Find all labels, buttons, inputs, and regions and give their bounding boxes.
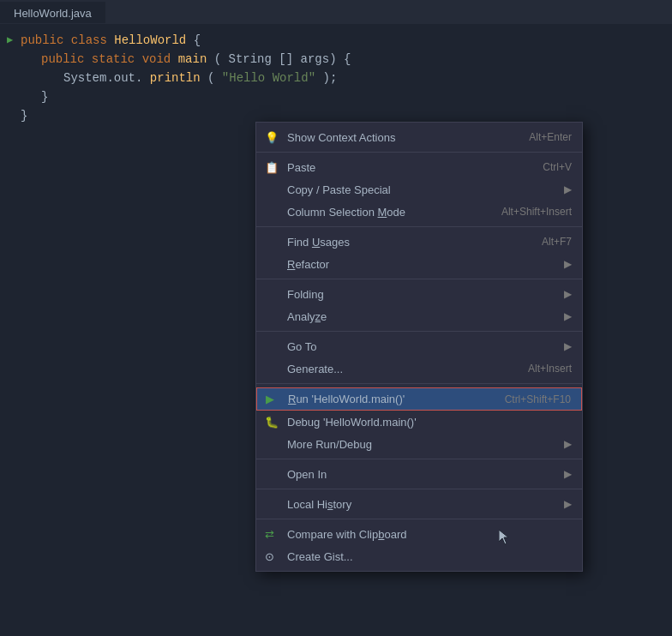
- menu-item-more-run-debug[interactable]: More Run/Debug ▶: [256, 433, 582, 455]
- shortcut-column-selection: Alt+Shift+Insert: [501, 206, 572, 218]
- menu-item-generate[interactable]: Generate... Alt+Insert: [256, 357, 582, 380]
- menu-label-paste: Paste: [287, 161, 543, 174]
- menu-label-refactor: Refactor: [287, 258, 564, 271]
- arrow-analyze: ▶: [564, 310, 572, 322]
- code-line-1: ▶ public class HelloWorld {: [0, 31, 672, 50]
- menu-label-debug: Debug 'HelloWorld.main()': [287, 416, 572, 429]
- menu-item-go-to[interactable]: Go To ▶: [256, 335, 582, 357]
- code-text: System.out. println ( "Hello World" );: [21, 69, 337, 87]
- breakpoint-arrow: ▶: [7, 31, 17, 50]
- arrow-folding: ▶: [564, 288, 572, 300]
- separator-1: [256, 152, 582, 153]
- bulb-icon: 💡: [265, 131, 279, 144]
- separator-4: [256, 331, 582, 332]
- menu-item-find-usages[interactable]: Find Usages Alt+F7: [256, 231, 582, 253]
- shortcut-show-context-actions: Alt+Enter: [529, 131, 572, 143]
- menu-label-generate: Generate...: [287, 363, 528, 375]
- menu-item-analyze[interactable]: Analyze ▶: [256, 305, 582, 327]
- debug-icon: 🐛: [265, 416, 279, 429]
- menu-item-refactor[interactable]: Refactor ▶: [256, 253, 582, 275]
- arrow-copy-paste-special: ▶: [564, 183, 572, 195]
- menu-item-debug[interactable]: 🐛 Debug 'HelloWorld.main()': [256, 411, 582, 433]
- compare-icon: ⇄: [265, 528, 274, 541]
- menu-label-find-usages: Find Usages: [287, 236, 542, 249]
- separator-8: [256, 519, 582, 519]
- menu-item-paste[interactable]: 📋 Paste Ctrl+V: [256, 156, 582, 178]
- arrow-refactor: ▶: [564, 258, 572, 270]
- shortcut-generate: Alt+Insert: [528, 363, 572, 375]
- code-text: public static void main ( String [] args…: [21, 50, 351, 69]
- menu-item-column-selection[interactable]: Column Selection Mode Alt+Shift+Insert: [256, 201, 582, 223]
- code-text: public class HelloWorld {: [21, 31, 201, 50]
- separator-6: [256, 459, 582, 459]
- gist-icon: ⊙: [265, 550, 274, 563]
- separator-7: [256, 489, 582, 489]
- menu-label-run: Run 'HelloWorld.main()': [288, 393, 505, 405]
- menu-label-folding: Folding: [287, 288, 564, 301]
- menu-label-local-history: Local History: [287, 498, 564, 511]
- separator-2: [256, 226, 582, 227]
- menu-item-show-context-actions[interactable]: 💡 Show Context Actions Alt+Enter: [256, 126, 582, 148]
- separator-5: [256, 383, 582, 384]
- separator-3: [256, 279, 582, 279]
- arrow-go-to: ▶: [564, 340, 572, 352]
- code-text: }: [21, 87, 48, 106]
- arrow-local-history: ▶: [564, 498, 572, 510]
- menu-item-compare-clipboard[interactable]: ⇄ Compare with Clipboard: [256, 523, 582, 545]
- menu-label-more-run-debug: More Run/Debug: [287, 438, 564, 451]
- shortcut-find-usages: Alt+F7: [542, 236, 572, 248]
- tab-bar: HelloWorld.java: [0, 0, 672, 24]
- code-text: }: [21, 106, 27, 125]
- menu-label-copy-paste-special: Copy / Paste Special: [287, 183, 564, 196]
- menu-item-run[interactable]: ▶ Run 'HelloWorld.main()' Ctrl+Shift+F10: [256, 387, 582, 411]
- menu-item-create-gist[interactable]: ⊙ Create Gist...: [256, 545, 582, 567]
- run-icon: ▶: [266, 393, 274, 405]
- menu-label-column-selection: Column Selection Mode: [287, 206, 501, 219]
- menu-item-open-in[interactable]: Open In ▶: [256, 463, 582, 485]
- arrow-open-in: ▶: [564, 468, 572, 480]
- menu-label-open-in: Open In: [287, 468, 564, 481]
- code-editor: ▶ public class HelloWorld { public stati…: [0, 24, 672, 132]
- context-menu: 💡 Show Context Actions Alt+Enter 📋 Paste…: [255, 122, 583, 572]
- menu-label-create-gist: Create Gist...: [287, 550, 572, 563]
- menu-label-go-to: Go To: [287, 340, 564, 353]
- paste-icon: 📋: [265, 161, 279, 174]
- menu-item-local-history[interactable]: Local History ▶: [256, 493, 582, 515]
- arrow-more-run-debug: ▶: [564, 438, 572, 450]
- code-line-4: }: [0, 87, 672, 106]
- menu-label-show-context-actions: Show Context Actions: [287, 131, 529, 144]
- menu-item-folding[interactable]: Folding ▶: [256, 283, 582, 305]
- code-line-3: System.out. println ( "Hello World" );: [0, 69, 672, 87]
- shortcut-paste: Ctrl+V: [543, 161, 572, 173]
- menu-item-copy-paste-special[interactable]: Copy / Paste Special ▶: [256, 178, 582, 201]
- menu-label-analyze: Analyze: [287, 310, 564, 323]
- tab-helloworldjava[interactable]: HelloWorld.java: [0, 2, 105, 23]
- code-line-2: public static void main ( String [] args…: [0, 50, 672, 69]
- menu-label-compare-clipboard: Compare with Clipboard: [287, 528, 572, 541]
- shortcut-run: Ctrl+Shift+F10: [505, 393, 571, 405]
